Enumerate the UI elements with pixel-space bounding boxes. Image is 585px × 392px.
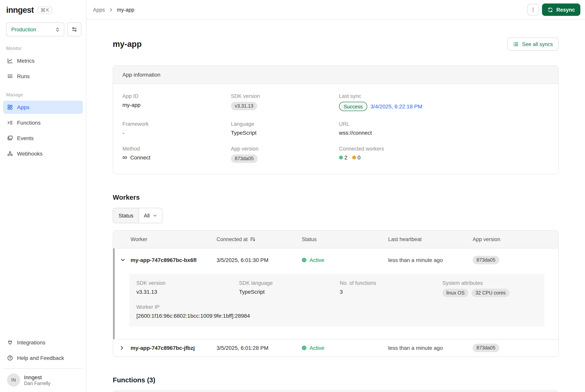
account-menu[interactable]: IN Inngest Dan Farrelly [3,369,83,392]
chevron-up-down-icon [55,27,60,32]
collapse-row-icon[interactable] [115,257,131,263]
worker-app-version-pill: 873da05 [473,344,499,352]
worker-row[interactable]: my-app-747c8967bc-jfbzj 3/5/2025, 6:01:2… [113,339,558,356]
detail-sdk-version: SDK version v3.31.13 [136,280,239,297]
worker-last-heartbeat: less than a minute ago [388,345,473,351]
status-filter[interactable]: Status All [113,208,163,223]
environment-settings-button[interactable] [67,22,81,36]
cpu-attribute-pill: 32 CPU cores [472,289,510,297]
detail-worker-ip: Worker IP [2600:1f16:96c:6802:1bcc:1009:… [136,304,537,319]
os-attribute-pill: linux OS [442,289,469,297]
sdk-version-pill: v3.31.13 [231,102,257,110]
sidebar-item-apps[interactable]: Apps [3,100,83,114]
chevron-down-icon [153,213,157,218]
detail-system-attributes: System attributes linux OS 32 CPU cores [442,280,537,297]
page-content: my-app See all syncs App information App… [86,20,585,392]
field-connected-workers: Connected workers 2 0 [339,146,549,163]
col-worker: Worker [131,236,217,242]
field-app-id: App ID my-app [122,93,231,111]
sliders-icon [71,26,78,32]
sidebar-item-label: Apps [17,104,30,110]
nav-section-monitor: Monitor [3,39,83,54]
nav-section-manage: Manage [3,85,83,100]
col-connected-at[interactable]: Connected at [217,236,302,242]
sidebar-item-events[interactable]: Events [3,132,83,145]
resync-button[interactable]: Resync [542,4,580,16]
sidebar-item-label: Runs [17,73,30,79]
more-options-button[interactable] [527,4,539,16]
active-workers-dot [339,156,343,160]
field-framework: Framework - [122,121,231,136]
command-k-shortcut[interactable]: K [38,6,52,14]
sidebar-item-label: Integrations [17,339,45,346]
functions-table: Function Triggers [113,390,559,392]
field-language: Language TypeScript [231,121,339,136]
connect-icon: ∞ [122,155,127,160]
list-icon [513,41,519,47]
chevron-right-icon [109,7,114,12]
environment-selector[interactable]: Production [6,22,64,36]
runs-icon [7,73,13,79]
functions-icon [7,120,13,126]
app-information-header: App information [113,66,558,84]
avatar: IN [7,374,20,386]
worker-name: my-app-747c8967bc-jfbzj [131,345,217,351]
worker-name: my-app-747c8967bc-bx6fl [131,257,217,263]
help-circle-icon [7,355,13,361]
col-last-heartbeat: Last heartbeat [388,236,473,242]
sidebar-item-integrations[interactable]: Integrations [3,336,83,349]
sidebar-item-runs[interactable]: Runs [3,70,83,83]
workers-heading: Workers [113,194,559,202]
webhook-icon [7,150,13,157]
inngest-logo: inngest [6,6,34,15]
kebab-icon [530,7,536,12]
sidebar: inngest K Production Monitor Metrics [0,0,86,392]
breadcrumb-current: my-app [117,7,134,12]
col-app-version: App version [473,236,558,242]
breadcrumb-apps[interactable]: Apps [93,7,105,12]
field-url: URL wss://connect [339,121,549,136]
expand-row-icon[interactable] [113,345,131,350]
last-sync-link[interactable]: 3/4/2025, 6:22:18 PM [370,103,422,110]
main-area: Apps my-app Resync my-app See all sync [86,0,585,392]
sidebar-item-webhooks[interactable]: Webhooks [3,147,83,160]
resync-icon [547,7,553,12]
active-status-dot [302,346,307,350]
sidebar-item-label: Functions [17,120,41,126]
see-all-syncs-button[interactable]: See all syncs [507,38,559,51]
sidebar-item-label: Events [17,135,34,141]
field-last-sync: Last sync Success 3/4/2025, 6:22:18 PM [339,93,549,111]
sync-status-badge: Success [339,102,367,111]
sidebar-item-metrics[interactable]: Metrics [3,54,83,67]
worker-last-heartbeat: less than a minute ago [388,257,473,263]
field-app-version: App version 873da05 [231,146,339,163]
topbar: Apps my-app Resync [86,0,585,20]
workers-table-header: Worker Connected at Status Last heartbea… [113,231,558,248]
status-filter-label: Status [113,208,139,223]
sidebar-item-label: Webhooks [17,150,43,157]
app-version-pill: 873da05 [231,154,257,163]
command-icon [41,8,45,12]
col-status: Status [302,236,388,242]
detail-sdk-language: SDK language TypeScript [239,280,340,297]
worker-status: Active [302,257,388,263]
sort-descending-icon [250,236,256,242]
field-sdk-version: SDK version v3.31.13 [231,93,339,111]
metrics-icon [7,58,13,64]
account-org-name: Inngest [24,374,50,380]
worker-row-group-expanded: my-app-747c8967bc-bx6fl 3/5/2025, 6:01:3… [113,248,558,339]
workers-table: Worker Connected at Status Last heartbea… [113,230,559,357]
apps-icon [7,104,13,110]
sidebar-item-functions[interactable]: Functions [3,116,83,129]
worker-detail-panel: SDK version v3.31.13 SDK language TypeSc… [129,274,544,326]
worker-row[interactable]: my-app-747c8967bc-bx6fl 3/5/2025, 6:01:3… [115,248,558,272]
worker-app-version-pill: 873da05 [473,256,499,264]
account-user-name: Dan Farrelly [24,380,50,386]
status-filter-value: All [144,213,150,218]
sidebar-item-help[interactable]: Help and Feedback [3,351,83,364]
inactive-workers-dot [352,156,356,160]
plug-icon [7,339,13,346]
events-icon [7,135,13,141]
app-root: inngest K Production Monitor Metrics [0,0,585,392]
sidebar-item-label: Help and Feedback [17,355,64,361]
